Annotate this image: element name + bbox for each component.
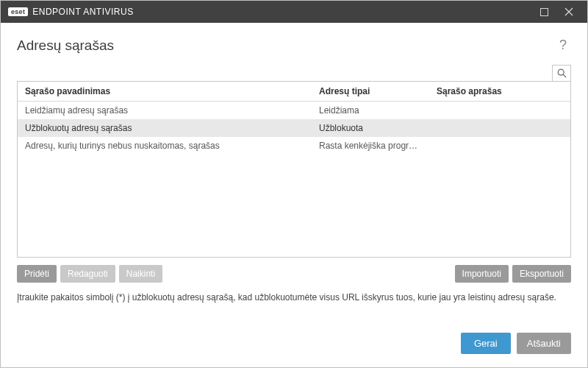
minimize-button[interactable]: [531, 1, 556, 23]
search-row: [17, 65, 571, 81]
svg-rect-0: [540, 8, 548, 15]
table-row[interactable]: Užblokuotų adresų sąrašas Užblokuota: [18, 119, 570, 137]
cell-name: Adresų, kurių turinys nebus nuskaitomas,…: [18, 140, 312, 152]
table-body: Leidžiamų adresų sąrašas Leidžiama Užblo…: [18, 102, 570, 257]
delete-button[interactable]: Naikinti: [119, 265, 162, 283]
minimize-icon: [540, 8, 548, 16]
cell-desc: [429, 105, 570, 116]
titlebar: eset ENDPOINT ANTIVIRUS: [1, 1, 587, 23]
content-area: Sąrašo pavadinimas Adresų tipai Sąrašo a…: [1, 65, 587, 319]
column-header-desc[interactable]: Sąrašo aprašas: [429, 82, 570, 101]
help-button[interactable]: ?: [555, 36, 571, 54]
svg-line-4: [563, 74, 566, 77]
cell-desc: [429, 140, 570, 152]
svg-point-3: [558, 69, 564, 75]
table-row[interactable]: Adresų, kurių turinys nebus nuskaitomas,…: [18, 137, 570, 155]
app-window: eset ENDPOINT ANTIVIRUS Adresų sąrašas ?…: [0, 0, 588, 368]
table-row[interactable]: Leidžiamų adresų sąrašas Leidžiama: [18, 102, 570, 119]
column-header-name[interactable]: Sąrašo pavadinimas: [18, 82, 312, 101]
brand: eset ENDPOINT ANTIVIRUS: [8, 7, 134, 17]
ok-button[interactable]: Gerai: [461, 333, 511, 354]
column-header-type[interactable]: Adresų tipai: [312, 82, 429, 101]
search-button[interactable]: [552, 65, 571, 81]
add-button[interactable]: Pridėti: [17, 265, 57, 283]
cell-desc: [429, 122, 570, 134]
table-header: Sąrašo pavadinimas Adresų tipai Sąrašo a…: [18, 82, 570, 102]
edit-button[interactable]: Redaguoti: [60, 265, 115, 283]
cancel-button[interactable]: Atšaukti: [517, 333, 571, 354]
hint-text: Įtraukite pakaitos simbolį (*) į užbloku…: [17, 289, 571, 304]
page-header: Adresų sąrašas ?: [1, 23, 587, 65]
cell-type: Leidžiama: [312, 105, 429, 116]
cell-name: Leidžiamų adresų sąrašas: [18, 105, 312, 116]
close-button[interactable]: [556, 1, 581, 23]
address-list-table: Sąrašo pavadinimas Adresų tipai Sąrašo a…: [17, 81, 571, 258]
cell-type: Rasta kenkėjiška programi...: [312, 140, 429, 152]
export-button[interactable]: Eksportuoti: [512, 265, 571, 283]
help-icon: ?: [559, 38, 567, 52]
import-button[interactable]: Importuoti: [455, 265, 509, 283]
dialog-footer: Gerai Atšaukti: [1, 319, 587, 367]
page-title: Adresų sąrašas: [17, 38, 114, 54]
brand-badge: eset: [8, 7, 28, 16]
cell-type: Užblokuota: [312, 122, 429, 134]
brand-text: ENDPOINT ANTIVIRUS: [32, 7, 133, 17]
close-icon: [564, 7, 573, 16]
table-toolbar: Pridėti Redaguoti Naikinti Importuoti Ek…: [17, 258, 571, 289]
search-icon: [557, 68, 567, 78]
cell-name: Užblokuotų adresų sąrašas: [18, 122, 312, 134]
